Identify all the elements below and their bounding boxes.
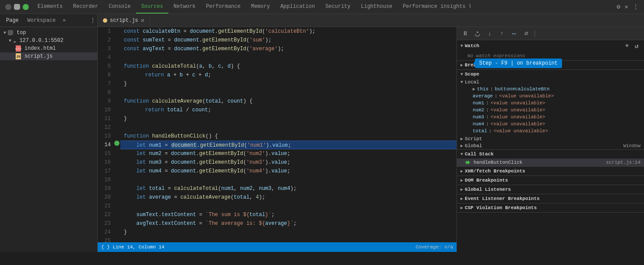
global-listeners-title: Global Listeners: [465, 187, 511, 192]
local-items: ▶ this: button#calculateBtn average: <va…: [457, 86, 644, 134]
code-line-9: function calculateAverage(total, count) …: [120, 97, 457, 106]
scope-item-num4: num4: <value unavailable>: [464, 120, 644, 127]
scope-val: <value unavailable>: [499, 93, 554, 99]
scope-key: num1: [473, 100, 484, 106]
tab-network[interactable]: Network: [168, 0, 201, 14]
coverage-status: Coverage: n/a: [416, 244, 453, 250]
node-icon: [23, 4, 29, 10]
editor-panels-row: 123 456 789 101112 13 14 151617 181920 2…: [98, 27, 644, 252]
csp-header[interactable]: ▶ CSP Violation Breakpoints: [457, 203, 644, 212]
editor-right-container: script.js ✕ 123 456 789 101112 13: [98, 14, 644, 252]
scope-chevron: ▼: [460, 72, 463, 77]
js-tab-icon: [103, 18, 107, 23]
tab-elements[interactable]: Elements: [32, 0, 68, 14]
more-icon[interactable]: ⋮: [633, 3, 639, 10]
local-group[interactable]: ▼ Local: [457, 79, 644, 86]
tab-lighthouse[interactable]: Lighthouse: [356, 0, 398, 14]
tree-item-script-js[interactable]: JS script.js: [0, 52, 97, 60]
global-group[interactable]: ▶ Global Window: [457, 142, 644, 149]
tab-security[interactable]: Security: [320, 0, 356, 14]
code-content[interactable]: const calculateBtn = document.getElement…: [120, 27, 457, 242]
xhr-breakpoints-header[interactable]: ▶ XHR/fetch Breakpoints: [457, 167, 644, 176]
dom-chevron: ▶: [460, 178, 463, 183]
tree-item-server[interactable]: ▼ ☁ 127.0.0.1:5502: [0, 37, 97, 45]
tab-workspace[interactable]: Workspace: [23, 14, 60, 27]
more-tabs-icon[interactable]: »: [60, 17, 68, 24]
code-line-4: [120, 53, 457, 62]
settings-icon[interactable]: ⚙: [617, 3, 620, 10]
active-frame-icon: [466, 160, 470, 165]
watch-section: ▼ Watch + ↺ No watch expressions: [457, 40, 644, 61]
devtools-icon: [5, 4, 11, 10]
pause-resume-button[interactable]: ⏸: [460, 29, 470, 38]
code-line-23: avgText.textContent = `The average is: $…: [120, 219, 457, 228]
cursor-position: { } Line 14, Column 14: [101, 244, 164, 250]
code-scroll-area[interactable]: 123 456 789 101112 13 14 151617 181920 2…: [98, 27, 457, 242]
breakpoints-header[interactable]: ▶ Breakpoints: [457, 61, 644, 69]
tree-item-label: index.html: [24, 45, 56, 52]
close-icon[interactable]: ✕: [625, 3, 628, 10]
refresh-watch-button[interactable]: ↺: [633, 42, 641, 50]
tree-item-label: 127.0.0.1:5502: [20, 38, 64, 44]
secondary-nav: Page Workspace » ⋮: [0, 14, 97, 27]
tab-sources[interactable]: Sources: [136, 0, 168, 14]
step-button[interactable]: ↔: [509, 29, 519, 38]
file-tab-script-js[interactable]: script.js ✕: [98, 14, 150, 27]
this-chevron: ▶: [473, 86, 475, 92]
tree-item-top[interactable]: ▼ top: [0, 29, 97, 37]
code-line-20: let average = calculateAverage(total, 4)…: [120, 193, 457, 202]
code-line-10: return total / count;: [120, 106, 457, 114]
top-nav: Elements Recorder Console Sources Networ…: [0, 0, 644, 14]
sidebar: Page Workspace » ⋮ ▼ top ▼ ☁ 127.0.0.1:5…: [0, 14, 98, 252]
code-editor: 123 456 789 101112 13 14 151617 181920 2…: [98, 27, 457, 252]
code-line-24: }: [120, 228, 457, 237]
breakpoints-section: ▶ Breakpoints: [457, 61, 644, 70]
watch-header[interactable]: ▼ Watch + ↺: [457, 40, 644, 52]
deactivate-breakpoints-button[interactable]: ⌀: [521, 29, 531, 38]
csp-title: CSP Violation Breakpoints: [465, 205, 537, 210]
tree-item-index-html[interactable]: </> index.html: [0, 45, 97, 52]
toolbar-separator: [535, 30, 535, 37]
scope-val: button#calculateBtn: [495, 86, 549, 92]
callstack-item-handleButtonClick[interactable]: handleButtonClick script.js:14: [457, 158, 644, 166]
event-listener-title: Event Listener Breakpoints: [465, 196, 540, 201]
inspector-icon: [14, 4, 20, 10]
dom-breakpoints-header[interactable]: ▶ DOM Breakpoints: [457, 176, 644, 185]
scope-header[interactable]: ▼ Scope: [457, 70, 644, 79]
scope-key: this: [477, 86, 488, 92]
main-layout: Page Workspace » ⋮ ▼ top ▼ ☁ 127.0.0.1:5…: [0, 14, 644, 252]
global-extra: Window: [623, 143, 641, 148]
sidebar-menu-icon[interactable]: ⋮: [90, 17, 95, 24]
tab-recorder[interactable]: Recorder: [68, 0, 104, 14]
tab-memory[interactable]: Memory: [246, 0, 275, 14]
step-out-button[interactable]: ↑: [497, 29, 507, 38]
tab-console[interactable]: Console: [103, 0, 136, 14]
tab-perf-insights[interactable]: Performance insights ⌇: [398, 0, 477, 14]
code-line-8: [120, 88, 457, 97]
add-watch-button[interactable]: +: [623, 42, 631, 50]
local-chevron: ▼: [460, 80, 463, 85]
tab-application[interactable]: Application: [275, 0, 320, 14]
xhr-chevron: ▶: [460, 169, 463, 174]
callstack-chevron: ▼: [460, 152, 463, 157]
tab-page[interactable]: Page: [2, 14, 23, 27]
right-panel-content: ▼ Watch + ↺ No watch expressions ▶: [457, 40, 644, 252]
dom-title: DOM Breakpoints: [465, 178, 508, 183]
callstack-section: ▼ Call Stack handleButtonClick script.js…: [457, 150, 644, 167]
step-over-button[interactable]: [473, 29, 482, 38]
code-line-13: function handleButtonClick() {: [120, 132, 457, 141]
tab-performance[interactable]: Performance: [201, 0, 245, 14]
dom-breakpoints-section: ▶ DOM Breakpoints: [457, 176, 644, 185]
global-listeners-header[interactable]: ▶ Global Listeners: [457, 185, 644, 194]
code-line-6: return a + b + c + d;: [120, 71, 457, 79]
tab-close-icon[interactable]: ✕: [141, 17, 144, 24]
step-into-button[interactable]: ↓: [485, 29, 494, 38]
tree-item-label: top: [17, 30, 26, 36]
code-line-16: let num3 = document.getElementById('num3…: [120, 158, 457, 167]
code-line-19: let total = calculateTotal(num1, num2, n…: [120, 184, 457, 193]
file-tree: ▼ top ▼ ☁ 127.0.0.1:5502 </> index.html …: [0, 27, 97, 252]
callstack-header[interactable]: ▼ Call Stack: [457, 150, 644, 158]
script-group[interactable]: ▶ Script: [457, 135, 644, 142]
script-title: Script: [465, 136, 482, 141]
event-listener-header[interactable]: ▶ Event Listener Breakpoints: [457, 194, 644, 203]
